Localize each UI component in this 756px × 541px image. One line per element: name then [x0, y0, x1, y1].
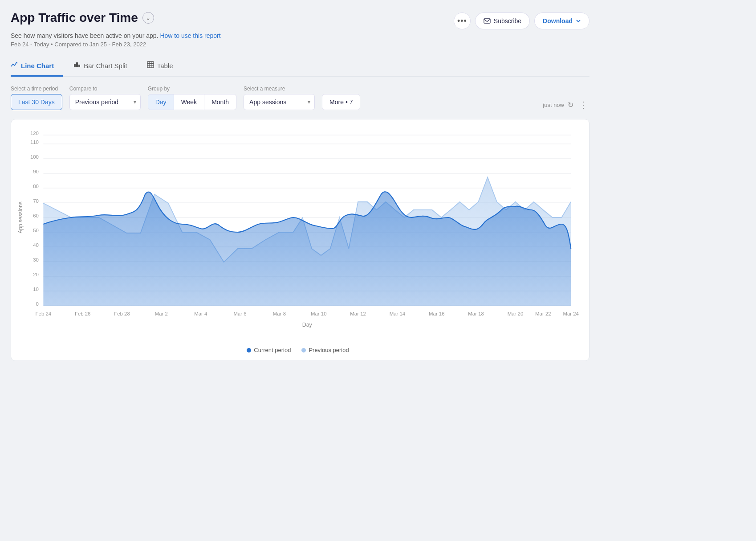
svg-text:Mar 22: Mar 22 — [535, 311, 551, 316]
svg-text:Mar 12: Mar 12 — [350, 311, 366, 316]
svg-text:Mar 6: Mar 6 — [233, 311, 246, 316]
refresh-timestamp: just now — [543, 102, 564, 108]
title-chevron-icon[interactable]: ⌄ — [142, 12, 154, 24]
tab-table[interactable]: Table — [147, 57, 182, 77]
tab-line-chart-label: Line Chart — [21, 62, 54, 70]
title-area: App Traffic over Time ⌄ — [11, 11, 154, 25]
tabs-row: Line Chart Bar Chart Split — [11, 57, 589, 77]
legend-current-dot — [247, 348, 251, 352]
chart-wrapper: 0 10 20 30 40 50 60 70 80 90 100 110 120… — [16, 128, 580, 342]
more-button[interactable]: More • 7 — [322, 94, 360, 110]
group-by-month-button[interactable]: Month — [204, 94, 236, 110]
svg-text:70: 70 — [33, 198, 39, 204]
tab-line-chart[interactable]: Line Chart — [11, 57, 63, 77]
legend-current: Current period — [247, 347, 291, 353]
svg-text:Mar 16: Mar 16 — [429, 311, 445, 316]
group-by-day-button[interactable]: Day — [148, 94, 174, 110]
svg-text:100: 100 — [30, 154, 39, 160]
line-chart-icon — [11, 61, 18, 70]
svg-text:Mar 18: Mar 18 — [468, 311, 484, 316]
compare-to-group: Compare to Previous period Custom range — [69, 86, 141, 110]
chart-svg: 0 10 20 30 40 50 60 70 80 90 100 110 120… — [16, 128, 580, 342]
download-chevron-icon — [576, 18, 581, 24]
tab-table-label: Table — [157, 62, 173, 70]
page-title: App Traffic over Time ⌄ — [11, 11, 154, 25]
svg-rect-4 — [147, 61, 154, 68]
refresh-button[interactable]: ↻ — [568, 101, 573, 109]
svg-rect-2 — [76, 62, 78, 67]
subscribe-button[interactable]: Subscribe — [475, 12, 530, 29]
chart-container: 0 10 20 30 40 50 60 70 80 90 100 110 120… — [11, 119, 589, 361]
svg-text:0: 0 — [36, 301, 39, 307]
table-icon — [147, 61, 154, 70]
x-axis-label: Day — [302, 322, 313, 328]
svg-text:Mar 8: Mar 8 — [273, 311, 286, 316]
svg-text:Feb 26: Feb 26 — [75, 311, 91, 316]
svg-text:80: 80 — [33, 184, 39, 189]
svg-rect-3 — [78, 65, 80, 67]
legend-current-label: Current period — [254, 347, 291, 353]
svg-text:110: 110 — [30, 139, 39, 145]
svg-rect-0 — [484, 19, 490, 23]
more-options-button[interactable]: ••• — [454, 12, 471, 29]
refresh-area: just now ↻ ⋮ — [543, 99, 589, 110]
page-container: App Traffic over Time ⌄ ••• Subscribe Do… — [11, 11, 589, 361]
group-by-label: Group by — [148, 86, 236, 92]
legend-previous: Previous period — [301, 347, 349, 353]
chart-more-button[interactable]: ⋮ — [577, 99, 589, 110]
svg-text:Mar 2: Mar 2 — [155, 311, 168, 316]
legend-previous-label: Previous period — [309, 347, 349, 353]
measure-select[interactable]: App sessions Page views — [244, 94, 315, 110]
svg-text:Mar 4: Mar 4 — [194, 311, 207, 316]
group-by-group: Group by Day Week Month — [148, 86, 236, 110]
more-group: . More • 7 — [322, 86, 360, 110]
measure-dropdown-wrapper: App sessions Page views — [244, 94, 315, 110]
svg-text:Mar 14: Mar 14 — [390, 311, 406, 316]
date-range: Feb 24 - Today • Compared to Jan 25 - Fe… — [11, 41, 589, 48]
measure-label: Select a measure — [244, 86, 315, 92]
tab-bar-chart-label: Bar Chart Split — [84, 62, 127, 70]
svg-text:Feb 24: Feb 24 — [36, 311, 52, 316]
svg-text:60: 60 — [33, 213, 39, 218]
svg-text:Mar 20: Mar 20 — [508, 311, 524, 316]
time-period-label: Select a time period — [11, 86, 62, 92]
group-by-week-button[interactable]: Week — [174, 94, 205, 110]
measure-group: Select a measure App sessions Page views — [244, 86, 315, 110]
chart-legend: Current period Previous period — [16, 347, 580, 353]
tab-bar-chart-split[interactable]: Bar Chart Split — [73, 57, 136, 77]
y-axis-label: App sessions — [17, 201, 23, 233]
compare-to-label: Compare to — [69, 86, 141, 92]
subtitle: See how many visitors have been active o… — [11, 32, 589, 39]
legend-previous-dot — [301, 348, 306, 352]
svg-text:20: 20 — [33, 272, 39, 277]
y-axis: 0 10 20 30 40 50 60 70 80 90 100 110 120 — [30, 131, 39, 307]
time-period-group: Select a time period Last 30 Days — [11, 86, 62, 110]
x-axis: Feb 24 Feb 26 Feb 28 Mar 2 Mar 4 Mar 6 M… — [36, 311, 579, 316]
svg-text:Feb 28: Feb 28 — [114, 311, 130, 316]
compare-to-select[interactable]: Previous period Custom range — [69, 94, 141, 110]
svg-rect-1 — [74, 64, 76, 67]
header-actions: ••• Subscribe Download — [454, 12, 589, 29]
svg-text:50: 50 — [33, 228, 39, 233]
controls-row: Select a time period Last 30 Days Compar… — [11, 86, 589, 110]
svg-text:90: 90 — [33, 169, 39, 174]
compare-to-dropdown-wrapper: Previous period Custom range — [69, 94, 141, 110]
svg-text:30: 30 — [33, 257, 39, 262]
header-row: App Traffic over Time ⌄ ••• Subscribe Do… — [11, 11, 589, 29]
svg-text:40: 40 — [33, 242, 39, 248]
svg-text:120: 120 — [30, 131, 39, 136]
svg-text:10: 10 — [33, 287, 39, 292]
mail-icon — [484, 17, 491, 25]
download-button[interactable]: Download — [534, 12, 589, 29]
svg-text:Mar 10: Mar 10 — [311, 311, 327, 316]
time-period-button[interactable]: Last 30 Days — [11, 94, 62, 110]
bar-chart-icon — [73, 61, 81, 70]
svg-text:Mar 24: Mar 24 — [563, 311, 579, 316]
how-to-link[interactable]: How to use this report — [160, 32, 220, 39]
group-by-buttons: Day Week Month — [148, 94, 236, 110]
